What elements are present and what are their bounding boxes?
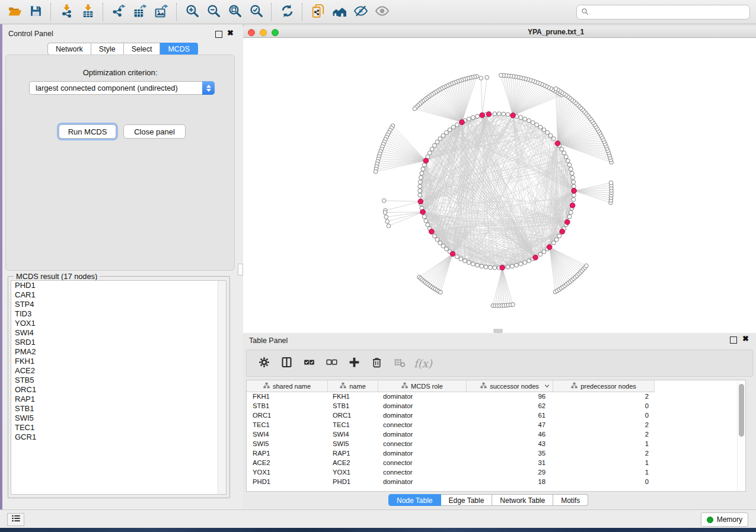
tab-motifs[interactable]: Motifs	[553, 494, 588, 506]
tab-mcds[interactable]: MCDS	[160, 43, 198, 55]
table-row[interactable]: YOX1YOX1connector291	[247, 467, 745, 477]
table-panel-tabs: Node TableEdge TableNetwork TableMotifs	[388, 494, 588, 506]
table-row[interactable]: TEC1TEC1connector472	[247, 420, 745, 430]
table-scrollbar-thumb[interactable]	[739, 384, 744, 437]
mcds-result-item[interactable]: FKH1	[11, 357, 226, 366]
minimize-window-icon[interactable]	[260, 29, 267, 36]
add-column-button[interactable]	[344, 353, 364, 373]
close-panel-icon[interactable]: ✖	[227, 29, 234, 37]
mcds-result-item[interactable]: SWI5	[11, 414, 226, 423]
memory-button[interactable]: Memory	[701, 512, 748, 527]
tab-network[interactable]: Network	[47, 43, 91, 55]
zoom-fit-button[interactable]	[224, 2, 245, 22]
table-row[interactable]: STB1STB1dominator620	[247, 401, 745, 411]
tab-network-table[interactable]: Network Table	[492, 494, 553, 506]
save-session-button[interactable]	[25, 2, 46, 22]
canvas-scroll-handle[interactable]	[493, 329, 503, 333]
export-table-button[interactable]	[129, 2, 151, 22]
show-graphics-button[interactable]	[371, 2, 393, 22]
save-session-icon	[28, 4, 43, 21]
network-window-titlebar[interactable]: YPA_prune.txt_1	[243, 27, 756, 38]
table-row[interactable]: SWI4SWI4dominator462	[247, 430, 745, 439]
table-row[interactable]: PHD1PHD1dominator180	[247, 477, 745, 486]
dropdown-stepper-icon[interactable]	[202, 81, 215, 95]
deselect-all-button[interactable]	[321, 353, 342, 373]
column-header-successor-nodes[interactable]: successor nodes	[467, 380, 553, 392]
close-table-panel-icon[interactable]: ✖	[742, 335, 749, 343]
table-row[interactable]: ACE2ACE2connector311	[247, 458, 745, 467]
table-header-row: shared namenameMCDS rolesuccessor nodesp…	[247, 380, 655, 392]
column-header-name[interactable]: name	[328, 380, 378, 392]
mcds-result-item[interactable]: STB1	[11, 404, 226, 414]
export-network-button[interactable]	[108, 2, 129, 22]
mcds-result-item[interactable]: STB5	[11, 376, 226, 385]
run-mcds-button[interactable]: Run MCDS	[59, 124, 116, 139]
table-scrollbar[interactable]	[737, 380, 745, 491]
table-cell: PHD1	[247, 478, 328, 485]
split-pane-button[interactable]	[276, 353, 296, 373]
search-box[interactable]	[576, 5, 750, 20]
chevron-down-icon[interactable]	[544, 383, 550, 390]
import-network-button[interactable]	[56, 2, 77, 22]
close-window-icon[interactable]	[248, 29, 255, 36]
delete-table-button[interactable]	[389, 353, 409, 373]
function-builder-button[interactable]: f(x)	[414, 357, 432, 370]
select-all-button[interactable]	[299, 353, 319, 373]
column-header-MCDS-role[interactable]: MCDS role	[378, 380, 467, 392]
column-header-shared-name[interactable]: shared name	[247, 380, 328, 392]
close-panel-button[interactable]: Close panel	[123, 124, 186, 139]
mcds-result-item[interactable]: STP4	[11, 300, 226, 309]
table-row[interactable]: RAP1RAP1dominator352	[247, 448, 745, 458]
maximize-window-icon[interactable]	[272, 29, 279, 36]
gear-button[interactable]	[254, 353, 274, 373]
mcds-result-item[interactable]: RAP1	[11, 395, 226, 404]
toolbar-separator	[271, 3, 272, 21]
share-documents-button[interactable]	[307, 2, 328, 22]
zoom-in-button[interactable]	[181, 2, 203, 22]
table-row[interactable]: ORC1ORC1dominator610	[247, 411, 745, 420]
zoom-out-button[interactable]	[203, 2, 224, 22]
tab-edge-table[interactable]: Edge Table	[441, 494, 493, 506]
mcds-result-item[interactable]: PHD1	[11, 281, 226, 290]
tab-style[interactable]: Style	[91, 43, 124, 55]
mcds-result-item[interactable]: TID3	[11, 309, 226, 319]
table-cell: connector	[378, 459, 467, 466]
mcds-result-item[interactable]: YOX1	[11, 319, 226, 328]
delete-column-button[interactable]	[366, 353, 387, 373]
mcds-result-item[interactable]: ACE2	[11, 366, 226, 376]
export-image-icon	[154, 4, 169, 21]
float-panel-icon[interactable]	[215, 31, 222, 38]
import-table-button[interactable]	[77, 2, 98, 22]
optimization-dropdown[interactable]: largest connected component (undirected)	[29, 81, 215, 95]
column-grip-icon	[480, 382, 487, 390]
table-cell: 1	[553, 459, 655, 466]
mcds-result-item[interactable]: CAR1	[11, 290, 226, 300]
network-canvas[interactable]	[243, 38, 756, 333]
mcds-result-item[interactable]: PMA2	[11, 347, 226, 357]
splitter-handle[interactable]	[238, 264, 243, 275]
mcds-result-item[interactable]: TEC1	[11, 423, 226, 432]
tab-node-table[interactable]: Node Table	[388, 494, 441, 506]
table-row[interactable]: FKH1FKH1dominator962	[247, 392, 745, 401]
mcds-result-item[interactable]: GCR1	[11, 432, 226, 442]
column-header-predecessor-nodes[interactable]: predecessor nodes	[553, 380, 655, 392]
open-session-button[interactable]	[4, 2, 25, 22]
mcds-result-item[interactable]: SRD1	[11, 338, 226, 347]
mcds-result-item[interactable]: ORC1	[11, 385, 226, 395]
column-grip-icon	[340, 382, 346, 390]
column-grip-icon	[571, 382, 578, 390]
panel-list-button[interactable]	[7, 513, 24, 526]
node-table[interactable]: shared namenameMCDS rolesuccessor nodesp…	[246, 380, 746, 492]
refresh-button[interactable]	[276, 2, 298, 22]
neighborhood-button[interactable]	[328, 2, 350, 22]
float-table-panel-icon[interactable]	[730, 336, 737, 344]
table-row[interactable]: SWI5SWI5connector431	[247, 439, 745, 448]
tab-select[interactable]: Select	[124, 43, 161, 55]
mcds-list-scrollbar[interactable]	[218, 281, 226, 494]
mcds-result-item[interactable]: SWI4	[11, 328, 226, 338]
search-input[interactable]	[592, 8, 749, 17]
export-image-button[interactable]	[151, 2, 172, 22]
zoom-selected-button[interactable]	[245, 2, 267, 22]
hide-graphics-button[interactable]	[350, 2, 371, 22]
mcds-result-list[interactable]: PHD1CAR1STP4TID3YOX1SWI4SRD1PMA2FKH1ACE2…	[11, 280, 227, 495]
